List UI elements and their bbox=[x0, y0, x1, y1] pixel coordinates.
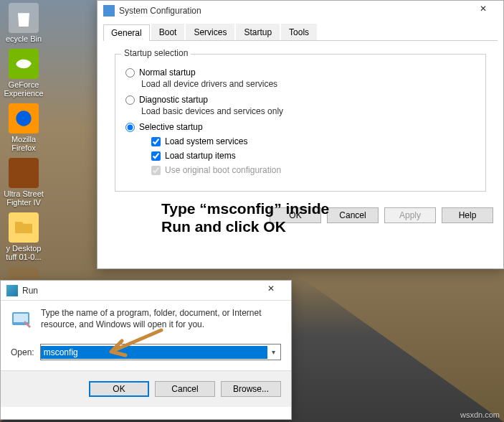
tab-boot[interactable]: Boot bbox=[151, 24, 185, 40]
run-dialog: Run ✕ Type the name of a program, folder… bbox=[0, 280, 292, 420]
icon-firefox[interactable]: Mozilla Firefox bbox=[3, 103, 44, 152]
syscfg-body: Startup selection Normal startup Load al… bbox=[98, 41, 503, 200]
syscfg-title: System Configuration bbox=[119, 6, 469, 16]
syscfg-titlebar[interactable]: System Configuration ✕ bbox=[98, 1, 503, 21]
open-label: Open: bbox=[11, 347, 34, 357]
radio-diagnostic[interactable]: Diagnostic startup bbox=[125, 95, 475, 105]
syscfg-tabs: General Boot Services Startup Tools bbox=[103, 24, 498, 41]
icon-label: Ultra Street Fighter IV bbox=[4, 189, 44, 207]
icon-label: y Desktop tuff 01-0... bbox=[6, 244, 41, 261]
radio-label: Normal startup bbox=[139, 67, 196, 78]
run-buttons: OK Cancel Browse... bbox=[1, 370, 291, 407]
check-label: Load system services bbox=[165, 136, 247, 146]
icon-usf4[interactable]: Ultra Street Fighter IV bbox=[3, 158, 44, 207]
close-icon[interactable]: ✕ bbox=[257, 283, 285, 298]
run-titlebar[interactable]: Run ✕ bbox=[1, 281, 291, 301]
run-description: Type the name of a program, folder, docu… bbox=[41, 308, 281, 331]
radio-normal-sub: Load all device drivers and services bbox=[141, 79, 475, 89]
check-boot-config: Use original boot configuration bbox=[151, 165, 475, 175]
startup-selection-group: Startup selection Normal startup Load al… bbox=[115, 54, 486, 192]
run-app-icon bbox=[11, 308, 34, 331]
svg-point-0 bbox=[16, 111, 31, 126]
tab-services[interactable]: Services bbox=[186, 24, 234, 40]
run-body: Type the name of a program, folder, docu… bbox=[1, 301, 291, 338]
apply-button: Apply bbox=[384, 207, 436, 223]
svg-rect-2 bbox=[14, 314, 28, 322]
watermark: wsxdn.com bbox=[460, 411, 500, 419]
browse-button[interactable]: Browse... bbox=[221, 381, 281, 397]
open-combo[interactable]: ▾ bbox=[40, 344, 281, 360]
icon-geforce[interactable]: GeForce Experience bbox=[3, 49, 44, 98]
tab-tools[interactable]: Tools bbox=[281, 24, 317, 40]
check-startup-input[interactable] bbox=[151, 151, 161, 161]
help-button[interactable]: Help bbox=[442, 207, 493, 223]
close-icon[interactable]: ✕ bbox=[469, 4, 498, 18]
tab-general[interactable]: General bbox=[103, 24, 150, 41]
radio-label: Diagnostic startup bbox=[139, 95, 208, 105]
icon-label: ecycle Bin bbox=[6, 34, 42, 43]
group-legend: Startup selection bbox=[121, 48, 191, 58]
radio-normal[interactable]: Normal startup bbox=[125, 67, 475, 78]
syscfg-icon bbox=[103, 5, 115, 17]
radio-normal-input[interactable] bbox=[125, 68, 135, 78]
icon-recycle-bin[interactable]: ecycle Bin bbox=[3, 3, 44, 43]
check-label: Load startup items bbox=[165, 151, 236, 161]
radio-label: Selective startup bbox=[139, 122, 203, 132]
radio-diag-input[interactable] bbox=[125, 95, 135, 105]
check-system-services[interactable]: Load system services bbox=[151, 136, 475, 146]
radio-selective[interactable]: Selective startup bbox=[125, 122, 475, 132]
check-startup-items[interactable]: Load startup items bbox=[151, 151, 475, 161]
check-sys-input[interactable] bbox=[151, 137, 161, 146]
check-boot-input bbox=[151, 166, 161, 175]
tab-startup[interactable]: Startup bbox=[236, 24, 280, 40]
run-title: Run bbox=[22, 286, 257, 296]
icon-label: GeForce Experience bbox=[4, 80, 43, 98]
ok-button[interactable]: OK bbox=[89, 381, 149, 397]
run-open-row: Open: ▾ bbox=[1, 338, 291, 370]
chevron-down-icon[interactable]: ▾ bbox=[267, 348, 279, 356]
check-label: Use original boot configuration bbox=[165, 165, 281, 175]
annotation-text: Type “msconfig” inside Run and click OK bbox=[161, 200, 362, 235]
run-icon bbox=[6, 285, 18, 296]
icon-folder[interactable]: y Desktop tuff 01-0... bbox=[3, 212, 44, 261]
radio-sel-input[interactable] bbox=[125, 123, 135, 132]
icon-label: Mozilla Firefox bbox=[11, 135, 36, 152]
cancel-button[interactable]: Cancel bbox=[155, 381, 215, 397]
open-input[interactable] bbox=[41, 346, 267, 359]
radio-diag-sub: Load basic devices and services only bbox=[141, 106, 475, 116]
